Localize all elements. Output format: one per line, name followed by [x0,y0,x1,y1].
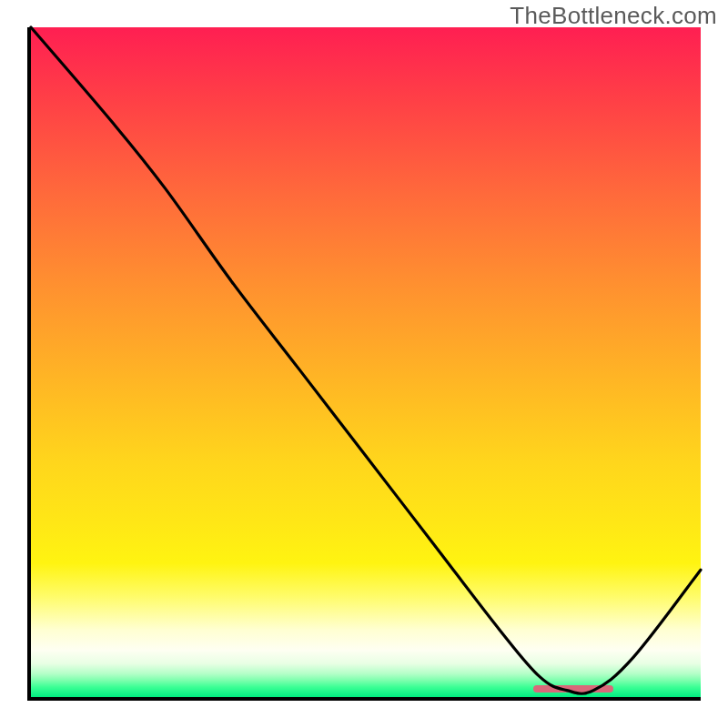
bottleneck-curve [31,27,701,697]
chart-container: TheBottleneck.com [0,0,728,728]
watermark-text: TheBottleneck.com [510,2,717,30]
plot-area [27,27,701,701]
